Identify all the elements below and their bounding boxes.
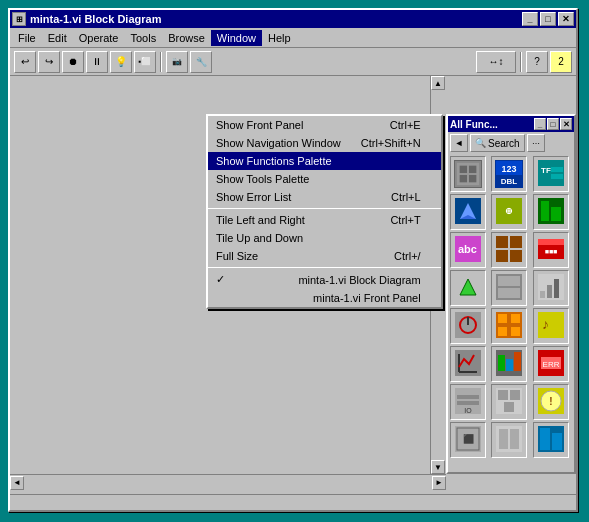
menu-full-size[interactable]: Full Size Ctrl+/ (208, 247, 441, 265)
scroll-left-btn[interactable]: ◄ (10, 476, 24, 490)
svg-rect-59 (457, 395, 479, 399)
menu-operate[interactable]: Operate (73, 30, 125, 46)
svg-rect-20 (551, 207, 561, 221)
svg-rect-1 (460, 166, 467, 173)
svg-text:⬛: ⬛ (463, 433, 475, 445)
palette-item-5[interactable]: ⊕ (491, 194, 527, 230)
palette-icon-13 (454, 311, 482, 341)
svg-rect-33 (498, 288, 520, 298)
palette-toolbar: ◄ 🔍 Search ⋯ (448, 132, 574, 154)
menu-show-nav-window[interactable]: Show Navigation Window Ctrl+Shift+N (208, 134, 441, 152)
toolbar-back-btn[interactable]: ↩ (14, 51, 36, 73)
palette-item-12[interactable] (533, 270, 569, 306)
palette-item-21[interactable]: ! (533, 384, 569, 420)
menu-browse[interactable]: Browse (162, 30, 211, 46)
palette-item-24[interactable] (533, 422, 569, 458)
palette-close[interactable]: ✕ (560, 118, 572, 130)
menu-tools[interactable]: Tools (124, 30, 162, 46)
toolbar-arrows-btn[interactable]: ↔↕ (476, 51, 516, 73)
palette-icon-22: ⬛ (454, 425, 482, 455)
svg-rect-24 (510, 236, 522, 248)
svg-rect-76 (540, 428, 550, 450)
menu-show-tools-palette[interactable]: Show Tools Palette (208, 170, 441, 188)
svg-rect-74 (510, 429, 519, 449)
toolbar: ↩ ↪ ⏺ ⏸ 💡 ▪⬜ 📷 🔧 ↔↕ ? 2 (10, 48, 576, 76)
palette-item-1[interactable] (450, 156, 486, 192)
palette-item-4[interactable] (450, 194, 486, 230)
svg-rect-73 (499, 429, 508, 449)
palette-item-20[interactable] (491, 384, 527, 420)
palette-item-14[interactable] (491, 308, 527, 344)
close-button[interactable]: ✕ (558, 12, 574, 26)
palette-maximize[interactable]: □ (547, 118, 559, 130)
scrollbar-horizontal[interactable]: ◄ ► (10, 474, 446, 490)
toolbar-wrench-btn[interactable]: 🔧 (190, 51, 212, 73)
svg-text:IO: IO (464, 407, 472, 414)
palette-minimize[interactable]: _ (534, 118, 546, 130)
palette-window: All Func... _ □ ✕ ◄ 🔍 Search ⋯ (446, 114, 576, 474)
scroll-down-btn[interactable]: ▼ (431, 460, 445, 474)
toolbar-help-btn[interactable]: ? (526, 51, 548, 73)
toolbar-num-btn[interactable]: 2 (550, 51, 572, 73)
show-tools-palette-label: Show Tools Palette (216, 173, 309, 185)
palette-item-3[interactable]: TF (533, 156, 569, 192)
svg-rect-60 (457, 401, 479, 405)
svg-rect-11 (551, 167, 563, 172)
palette-search-btn[interactable]: 🔍 Search (470, 134, 525, 152)
palette-item-23[interactable] (491, 422, 527, 458)
palette-item-6[interactable] (533, 194, 569, 230)
title-bar: ⊞ minta-1.vi Block Diagram _ □ ✕ (10, 10, 576, 28)
svg-rect-36 (547, 285, 552, 298)
menu-show-functions-palette[interactable]: Show Functions Palette (208, 152, 441, 170)
toolbar-forward-btn[interactable]: ↪ (38, 51, 60, 73)
palette-title-bar: All Func... _ □ ✕ (448, 116, 574, 132)
menu-block-diagram[interactable]: ✓ minta-1.vi Block Diagram (208, 270, 441, 289)
palette-item-19[interactable]: IO (450, 384, 486, 420)
menu-help[interactable]: Help (262, 30, 297, 46)
full-size-shortcut: Ctrl+/ (394, 250, 421, 262)
toolbar-run-btn[interactable]: ⏺ (62, 51, 84, 73)
palette-item-8[interactable] (491, 232, 527, 268)
status-bar (10, 494, 576, 510)
menu-edit[interactable]: Edit (42, 30, 73, 46)
show-front-panel-label: Show Front Panel (216, 119, 303, 131)
palette-icon-11 (495, 273, 523, 303)
palette-item-10[interactable] (450, 270, 486, 306)
palette-item-16[interactable] (450, 346, 486, 382)
window-dropdown-menu: Show Front Panel Ctrl+E Show Navigation … (206, 114, 443, 309)
palette-item-2[interactable]: 123DBL (491, 156, 527, 192)
palette-icon-1 (454, 160, 482, 188)
toolbar-camera-btn[interactable]: 📷 (166, 51, 188, 73)
palette-item-18[interactable]: ERR (533, 346, 569, 382)
svg-text:123: 123 (502, 164, 517, 174)
palette-options-btn[interactable]: ⋯ (527, 134, 545, 152)
show-error-list-shortcut: Ctrl+L (391, 191, 421, 203)
menu-show-front-panel[interactable]: Show Front Panel Ctrl+E (208, 116, 441, 134)
palette-back-btn[interactable]: ◄ (450, 134, 468, 152)
toolbar-light-btn[interactable]: 💡 (110, 51, 132, 73)
palette-icon-12 (537, 273, 565, 303)
palette-icon-8 (495, 235, 523, 265)
palette-item-15[interactable]: ♪ (533, 308, 569, 344)
toolbar-step-btn[interactable]: ▪⬜ (134, 51, 156, 73)
palette-item-17[interactable] (491, 346, 527, 382)
palette-item-11[interactable] (491, 270, 527, 306)
palette-item-7[interactable]: abc (450, 232, 486, 268)
menu-tile-left-right[interactable]: Tile Left and Right Ctrl+T (208, 211, 441, 229)
tile-up-down-label: Tile Up and Down (216, 232, 303, 244)
svg-rect-44 (498, 327, 507, 336)
menu-tile-up-down[interactable]: Tile Up and Down (208, 229, 441, 247)
toolbar-pause-btn[interactable]: ⏸ (86, 51, 108, 73)
menu-file[interactable]: File (12, 30, 42, 46)
minimize-button[interactable]: _ (522, 12, 538, 26)
scroll-up-btn[interactable]: ▲ (431, 76, 445, 90)
maximize-button[interactable]: □ (540, 12, 556, 26)
scroll-right-btn[interactable]: ► (432, 476, 446, 490)
menu-show-error-list[interactable]: Show Error List Ctrl+L (208, 188, 441, 206)
menu-window[interactable]: Window (211, 30, 262, 46)
palette-item-13[interactable] (450, 308, 486, 344)
menu-front-panel[interactable]: minta-1.vi Front Panel (208, 289, 441, 307)
palette-item-9[interactable]: ■■■ (533, 232, 569, 268)
palette-item-22[interactable]: ⬛ (450, 422, 486, 458)
svg-rect-32 (498, 276, 520, 286)
